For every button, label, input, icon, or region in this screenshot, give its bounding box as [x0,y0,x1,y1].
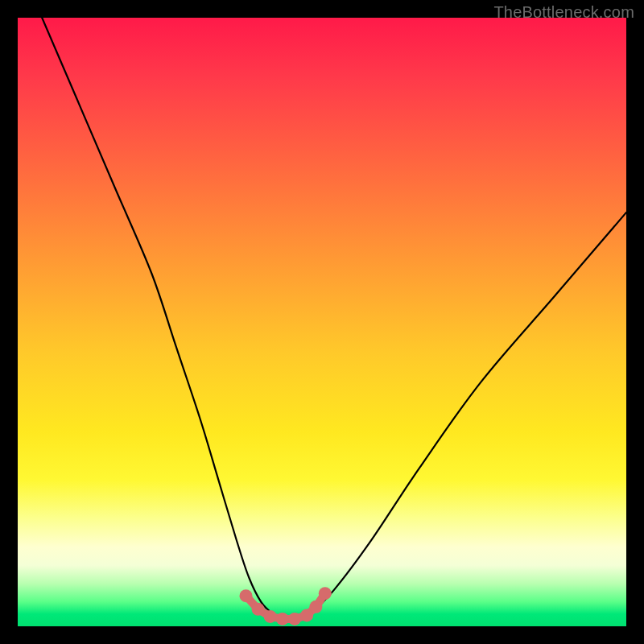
marker-dot [276,613,289,625]
bottleneck-curve [42,18,626,621]
flat-bottom-markers [240,587,332,625]
marker-dot [264,610,277,623]
curve-layer [18,18,626,626]
marker-dot [240,589,253,602]
marker-dot [309,601,322,613]
marker-dot [288,613,301,625]
marker-dot [252,603,265,616]
chart-frame: TheBottleneck.com [0,0,644,644]
plot-area [18,18,626,626]
marker-dot [319,587,332,600]
